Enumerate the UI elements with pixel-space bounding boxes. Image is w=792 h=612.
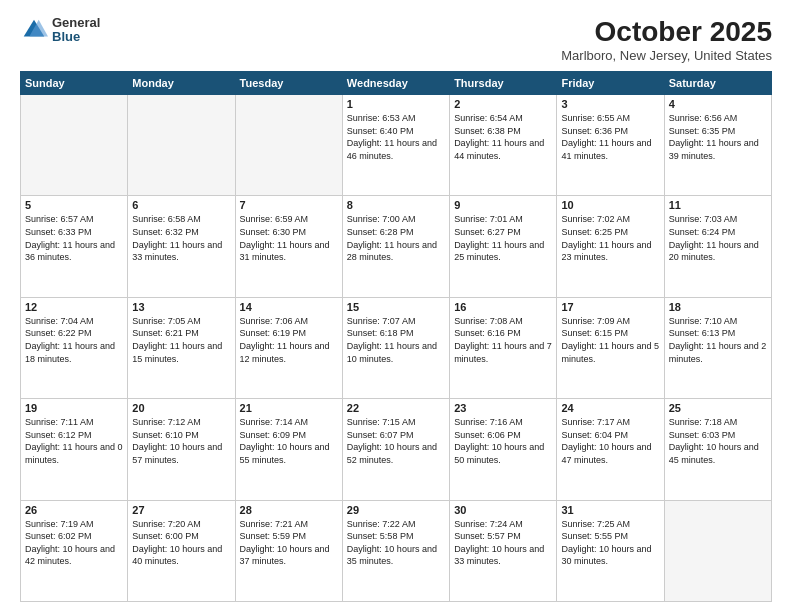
day-info: Sunrise: 7:06 AM Sunset: 6:19 PM Dayligh…	[240, 315, 338, 365]
day-info: Sunrise: 7:10 AM Sunset: 6:13 PM Dayligh…	[669, 315, 767, 365]
day-number: 28	[240, 504, 338, 516]
day-info: Sunrise: 7:08 AM Sunset: 6:16 PM Dayligh…	[454, 315, 552, 365]
table-row: 16Sunrise: 7:08 AM Sunset: 6:16 PM Dayli…	[450, 297, 557, 398]
location: Marlboro, New Jersey, United States	[561, 48, 772, 63]
day-info: Sunrise: 6:56 AM Sunset: 6:35 PM Dayligh…	[669, 112, 767, 162]
day-info: Sunrise: 7:00 AM Sunset: 6:28 PM Dayligh…	[347, 213, 445, 263]
table-row: 26Sunrise: 7:19 AM Sunset: 6:02 PM Dayli…	[21, 500, 128, 601]
table-row: 13Sunrise: 7:05 AM Sunset: 6:21 PM Dayli…	[128, 297, 235, 398]
table-row: 22Sunrise: 7:15 AM Sunset: 6:07 PM Dayli…	[342, 399, 449, 500]
table-row: 8Sunrise: 7:00 AM Sunset: 6:28 PM Daylig…	[342, 196, 449, 297]
table-row: 5Sunrise: 6:57 AM Sunset: 6:33 PM Daylig…	[21, 196, 128, 297]
day-info: Sunrise: 7:19 AM Sunset: 6:02 PM Dayligh…	[25, 518, 123, 568]
day-info: Sunrise: 7:01 AM Sunset: 6:27 PM Dayligh…	[454, 213, 552, 263]
day-number: 21	[240, 402, 338, 414]
day-info: Sunrise: 6:59 AM Sunset: 6:30 PM Dayligh…	[240, 213, 338, 263]
weekday-header-row: Sunday Monday Tuesday Wednesday Thursday…	[21, 72, 772, 95]
day-number: 4	[669, 98, 767, 110]
day-info: Sunrise: 7:02 AM Sunset: 6:25 PM Dayligh…	[561, 213, 659, 263]
table-row	[235, 95, 342, 196]
table-row: 12Sunrise: 7:04 AM Sunset: 6:22 PM Dayli…	[21, 297, 128, 398]
day-number: 6	[132, 199, 230, 211]
table-row	[128, 95, 235, 196]
table-row: 3Sunrise: 6:55 AM Sunset: 6:36 PM Daylig…	[557, 95, 664, 196]
table-row: 11Sunrise: 7:03 AM Sunset: 6:24 PM Dayli…	[664, 196, 771, 297]
table-row: 25Sunrise: 7:18 AM Sunset: 6:03 PM Dayli…	[664, 399, 771, 500]
day-number: 18	[669, 301, 767, 313]
table-row: 27Sunrise: 7:20 AM Sunset: 6:00 PM Dayli…	[128, 500, 235, 601]
calendar-week-row: 19Sunrise: 7:11 AM Sunset: 6:12 PM Dayli…	[21, 399, 772, 500]
table-row: 7Sunrise: 6:59 AM Sunset: 6:30 PM Daylig…	[235, 196, 342, 297]
header-monday: Monday	[128, 72, 235, 95]
day-number: 2	[454, 98, 552, 110]
header-thursday: Thursday	[450, 72, 557, 95]
calendar-week-row: 26Sunrise: 7:19 AM Sunset: 6:02 PM Dayli…	[21, 500, 772, 601]
table-row: 21Sunrise: 7:14 AM Sunset: 6:09 PM Dayli…	[235, 399, 342, 500]
day-number: 14	[240, 301, 338, 313]
day-number: 15	[347, 301, 445, 313]
calendar-week-row: 5Sunrise: 6:57 AM Sunset: 6:33 PM Daylig…	[21, 196, 772, 297]
day-info: Sunrise: 7:22 AM Sunset: 5:58 PM Dayligh…	[347, 518, 445, 568]
table-row: 14Sunrise: 7:06 AM Sunset: 6:19 PM Dayli…	[235, 297, 342, 398]
table-row: 9Sunrise: 7:01 AM Sunset: 6:27 PM Daylig…	[450, 196, 557, 297]
day-info: Sunrise: 6:53 AM Sunset: 6:40 PM Dayligh…	[347, 112, 445, 162]
table-row: 28Sunrise: 7:21 AM Sunset: 5:59 PM Dayli…	[235, 500, 342, 601]
table-row: 31Sunrise: 7:25 AM Sunset: 5:55 PM Dayli…	[557, 500, 664, 601]
table-row	[664, 500, 771, 601]
day-number: 29	[347, 504, 445, 516]
day-number: 8	[347, 199, 445, 211]
day-info: Sunrise: 7:12 AM Sunset: 6:10 PM Dayligh…	[132, 416, 230, 466]
logo-general-text: General	[52, 16, 100, 30]
day-info: Sunrise: 7:03 AM Sunset: 6:24 PM Dayligh…	[669, 213, 767, 263]
day-info: Sunrise: 7:18 AM Sunset: 6:03 PM Dayligh…	[669, 416, 767, 466]
day-number: 10	[561, 199, 659, 211]
day-info: Sunrise: 7:07 AM Sunset: 6:18 PM Dayligh…	[347, 315, 445, 365]
day-info: Sunrise: 6:54 AM Sunset: 6:38 PM Dayligh…	[454, 112, 552, 162]
day-number: 20	[132, 402, 230, 414]
day-number: 23	[454, 402, 552, 414]
header: General Blue October 2025 Marlboro, New …	[20, 16, 772, 63]
day-number: 1	[347, 98, 445, 110]
table-row: 6Sunrise: 6:58 AM Sunset: 6:32 PM Daylig…	[128, 196, 235, 297]
day-number: 26	[25, 504, 123, 516]
day-info: Sunrise: 7:16 AM Sunset: 6:06 PM Dayligh…	[454, 416, 552, 466]
day-info: Sunrise: 7:25 AM Sunset: 5:55 PM Dayligh…	[561, 518, 659, 568]
header-saturday: Saturday	[664, 72, 771, 95]
day-number: 22	[347, 402, 445, 414]
day-info: Sunrise: 7:09 AM Sunset: 6:15 PM Dayligh…	[561, 315, 659, 365]
day-info: Sunrise: 6:58 AM Sunset: 6:32 PM Dayligh…	[132, 213, 230, 263]
logo: General Blue	[20, 16, 100, 45]
table-row: 18Sunrise: 7:10 AM Sunset: 6:13 PM Dayli…	[664, 297, 771, 398]
header-friday: Friday	[557, 72, 664, 95]
day-number: 11	[669, 199, 767, 211]
header-sunday: Sunday	[21, 72, 128, 95]
table-row: 15Sunrise: 7:07 AM Sunset: 6:18 PM Dayli…	[342, 297, 449, 398]
calendar-table: Sunday Monday Tuesday Wednesday Thursday…	[20, 71, 772, 602]
day-info: Sunrise: 7:14 AM Sunset: 6:09 PM Dayligh…	[240, 416, 338, 466]
logo-icon	[20, 16, 48, 44]
day-info: Sunrise: 6:55 AM Sunset: 6:36 PM Dayligh…	[561, 112, 659, 162]
table-row: 2Sunrise: 6:54 AM Sunset: 6:38 PM Daylig…	[450, 95, 557, 196]
header-tuesday: Tuesday	[235, 72, 342, 95]
day-number: 30	[454, 504, 552, 516]
day-number: 19	[25, 402, 123, 414]
table-row: 29Sunrise: 7:22 AM Sunset: 5:58 PM Dayli…	[342, 500, 449, 601]
day-info: Sunrise: 6:57 AM Sunset: 6:33 PM Dayligh…	[25, 213, 123, 263]
day-number: 9	[454, 199, 552, 211]
month-title: October 2025	[561, 16, 772, 48]
day-number: 17	[561, 301, 659, 313]
title-block: October 2025 Marlboro, New Jersey, Unite…	[561, 16, 772, 63]
table-row: 30Sunrise: 7:24 AM Sunset: 5:57 PM Dayli…	[450, 500, 557, 601]
table-row: 23Sunrise: 7:16 AM Sunset: 6:06 PM Dayli…	[450, 399, 557, 500]
day-number: 24	[561, 402, 659, 414]
day-info: Sunrise: 7:11 AM Sunset: 6:12 PM Dayligh…	[25, 416, 123, 466]
day-number: 25	[669, 402, 767, 414]
table-row: 4Sunrise: 6:56 AM Sunset: 6:35 PM Daylig…	[664, 95, 771, 196]
header-wednesday: Wednesday	[342, 72, 449, 95]
table-row: 19Sunrise: 7:11 AM Sunset: 6:12 PM Dayli…	[21, 399, 128, 500]
day-number: 7	[240, 199, 338, 211]
day-info: Sunrise: 7:15 AM Sunset: 6:07 PM Dayligh…	[347, 416, 445, 466]
calendar-week-row: 1Sunrise: 6:53 AM Sunset: 6:40 PM Daylig…	[21, 95, 772, 196]
day-number: 31	[561, 504, 659, 516]
day-info: Sunrise: 7:17 AM Sunset: 6:04 PM Dayligh…	[561, 416, 659, 466]
